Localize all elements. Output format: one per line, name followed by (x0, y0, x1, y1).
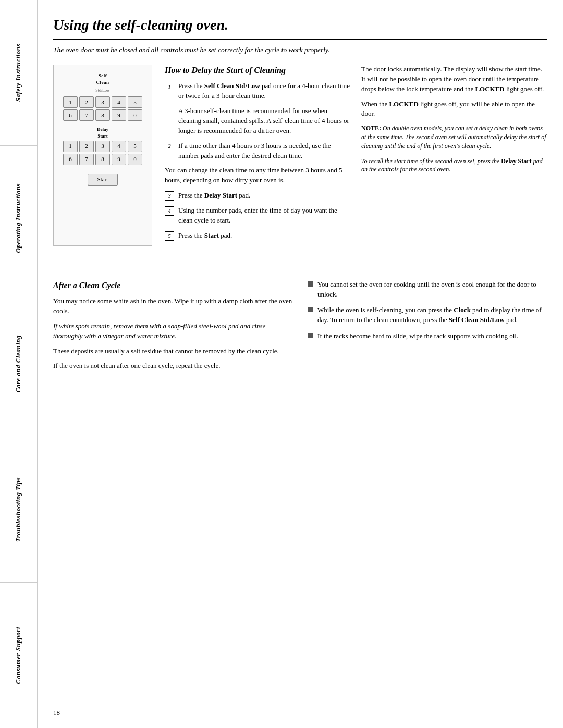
step-num-3: 3 (165, 191, 174, 201)
key-b3: 3 (95, 141, 110, 152)
sidebar-label-care: Care and Cleaning (14, 335, 23, 392)
bullet-text-3: If the racks become hard to slide, wipe … (317, 331, 518, 341)
step-2: 2 If a time other than 4 hours or 3 hour… (165, 141, 351, 161)
after-section-heading: After a Clean Cycle (53, 280, 292, 291)
key-b0: 0 (128, 154, 142, 165)
after-para-3: If the oven is not clean after one clean… (53, 361, 292, 371)
sidebar: Safety Instructions Operating Instructio… (0, 0, 38, 728)
sidebar-item-troubleshooting[interactable]: Troubleshooting Tips (0, 437, 37, 583)
step-text-4: Using the number pads, enter the time of… (178, 206, 351, 226)
bullet-item-2: While the oven is self-cleaning, you can… (308, 305, 547, 325)
key-9: 9 (112, 109, 126, 121)
top-section: SelfClean Std/Low 1 2 3 4 5 6 7 8 9 0 De… (53, 65, 547, 246)
key-b1: 1 (63, 141, 78, 152)
sidebar-label-consumer: Consumer Support (14, 627, 23, 684)
step-text-1: Press the Self Clean Std/Low pad once fo… (178, 81, 351, 101)
right-instructions: The door locks automatically. The displa… (361, 65, 547, 246)
bullet-text-1: You cannot set the oven for cooking unti… (317, 280, 547, 300)
key-1: 1 (63, 96, 78, 108)
page-number: 18 (53, 698, 547, 718)
page-title: Using the self-cleaning oven. (53, 15, 547, 40)
after-para-1: You may notice some white ash in the ove… (53, 297, 292, 316)
step-5: 5 Press the Start pad. (165, 231, 351, 241)
bullet-item-3: If the racks become hard to slide, wipe … (308, 331, 547, 341)
step-3: 3 Press the Delay Start pad. (165, 191, 351, 201)
sidebar-label-troubleshooting: Troubleshooting Tips (14, 477, 23, 542)
step-num-1: 1 (165, 82, 174, 91)
bullet-item-1: You cannot set the oven for cooking unti… (308, 280, 547, 300)
key-b7: 7 (79, 154, 94, 165)
delay-section-heading: How to Delay the Start of Cleaning (165, 65, 351, 76)
sidebar-label-safety: Safety Instructions (14, 44, 23, 102)
step-num-4: 4 (165, 206, 174, 216)
step-text-5: Press the Start pad. (178, 231, 232, 241)
bullet-square-3 (308, 333, 313, 338)
after-italic-para: If white spots remain, remove them with … (53, 322, 292, 341)
sidebar-item-care[interactable]: Care and Cleaning (0, 291, 37, 437)
key-4: 4 (112, 96, 126, 108)
intro-text: The oven door must be closed and all con… (53, 45, 547, 55)
sidebar-item-operating[interactable]: Operating Instructions (0, 146, 37, 292)
note-block: NOTE: On double oven models, you can set… (361, 124, 547, 150)
instructions-area: How to Delay the Start of Cleaning 1 Pre… (165, 65, 547, 246)
bullet-square-1 (308, 281, 313, 287)
section-divider (53, 269, 547, 269)
step-2-sub: You can change the clean time to any tim… (165, 166, 351, 186)
key-6: 6 (63, 109, 78, 121)
main-content: Using the self-cleaning oven. The oven d… (38, 0, 563, 728)
key-8: 8 (95, 109, 110, 121)
key-b9: 9 (112, 154, 126, 165)
sidebar-item-consumer[interactable]: Consumer Support (0, 583, 37, 728)
delay-label: DelayStart (97, 126, 108, 139)
step-text-3: Press the Delay Start pad. (178, 191, 250, 201)
key-b8: 8 (95, 154, 110, 165)
key-3: 3 (95, 96, 110, 108)
key-grid-top: 1 2 3 4 5 6 7 8 9 0 (63, 96, 142, 121)
step-num-2: 2 (165, 142, 174, 151)
start-btn-diagram: Start (88, 174, 118, 186)
step-1-sub: A 3-hour self-clean time is recommended … (178, 106, 351, 136)
oven-diagram: SelfClean Std/Low 1 2 3 4 5 6 7 8 9 0 De… (53, 65, 152, 246)
bullet-square-2 (308, 307, 313, 312)
key-0: 0 (128, 109, 142, 121)
key-7: 7 (79, 109, 94, 121)
after-section: After a Clean Cycle You may notice some … (53, 280, 547, 376)
step-num-5: 5 (165, 231, 174, 241)
step-text-2: If a time other than 4 hours or 3 hours … (178, 141, 351, 161)
key-b5: 5 (128, 141, 142, 152)
diagram-top-label: SelfClean (96, 72, 109, 85)
bullet-text-2: While the oven is self-cleaning, you can… (317, 305, 547, 325)
step-1: 1 Press the Self Clean Std/Low pad once … (165, 81, 351, 101)
key-2: 2 (79, 96, 94, 108)
sidebar-label-operating: Operating Instructions (14, 183, 23, 253)
diagram-sublabel: Std/Low (95, 88, 110, 93)
right-para-2: When the LOCKED light goes off, you will… (361, 100, 547, 119)
key-b4: 4 (112, 141, 126, 152)
key-b6: 6 (63, 154, 78, 165)
recall-block: To recall the start time of the second o… (361, 157, 547, 175)
after-para-2: These deposits are usually a salt residu… (53, 347, 292, 356)
after-left: After a Clean Cycle You may notice some … (53, 280, 292, 376)
sidebar-item-safety[interactable]: Safety Instructions (0, 0, 37, 146)
key-5: 5 (128, 96, 142, 108)
step-4: 4 Using the number pads, enter the time … (165, 206, 351, 226)
left-instructions: How to Delay the Start of Cleaning 1 Pre… (165, 65, 351, 246)
after-right: You cannot set the oven for cooking unti… (308, 280, 547, 376)
key-grid-bottom: 1 2 3 4 5 6 7 8 9 0 (63, 141, 142, 165)
right-para-1: The door locks automatically. The displa… (361, 65, 547, 94)
key-b2: 2 (79, 141, 94, 152)
